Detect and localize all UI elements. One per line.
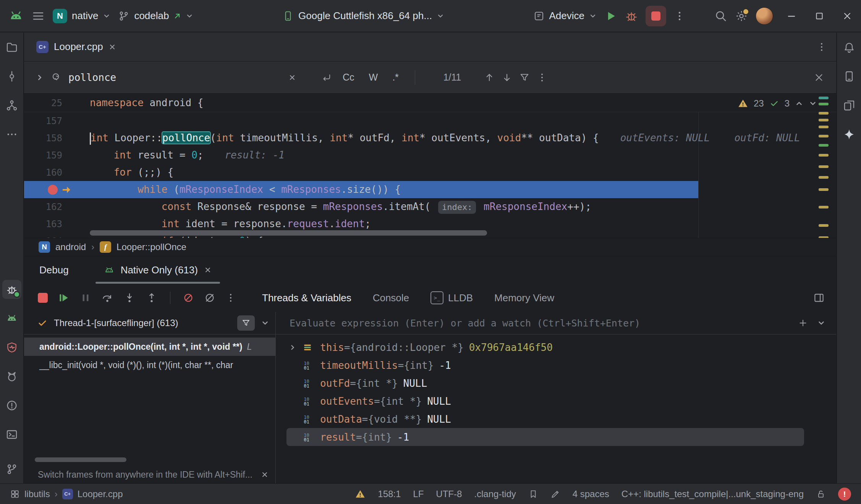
line-ending[interactable]: LF [413, 489, 424, 499]
close-search-icon[interactable] [813, 72, 825, 83]
next-match-icon[interactable] [502, 72, 512, 83]
mute-breakpoints-icon[interactable] [183, 292, 194, 304]
variable-outFd[interactable]: 1001outFd = {int *}NULL [276, 374, 836, 392]
gutter-line-159[interactable]: 159 [24, 147, 62, 164]
code-editor[interactable]: 25namespace android {157158int Looper::p… [24, 94, 836, 238]
variable-result[interactable]: 1001result = {int}-1 [286, 428, 804, 446]
variable-timeoutMillis[interactable]: 1001timeoutMillis = {int}-1 [276, 356, 836, 374]
search-options-icon[interactable] [537, 72, 547, 83]
problems-tool-icon[interactable] [2, 396, 21, 415]
code-line-159[interactable]: 159 int result = 0;result: -1 [24, 147, 836, 164]
expand-chevron-icon[interactable] [289, 344, 303, 351]
main-menu-icon[interactable] [31, 9, 45, 23]
gutter-line-157[interactable]: 157 [24, 112, 62, 130]
device-manager-tool-icon[interactable] [2, 309, 21, 328]
close-button[interactable] [842, 11, 853, 21]
debug-tab-threads-variables[interactable]: Threads & Variables [262, 292, 351, 304]
code-line-158[interactable]: 158int Looper::pollOnce(int timeoutMilli… [24, 129, 836, 147]
debug-window-title[interactable]: Debug [39, 264, 69, 276]
more-actions-icon[interactable] [674, 10, 685, 22]
gutter-line-162[interactable]: 162 [24, 198, 62, 216]
inspections-widget[interactable]: 23 3 [738, 98, 817, 109]
pause-icon[interactable] [80, 292, 91, 304]
clear-search-icon[interactable] [288, 74, 296, 81]
breadcrumb-namespace[interactable]: android [55, 242, 86, 252]
device-explorer-tool-icon[interactable] [840, 67, 859, 86]
search-field[interactable] [51, 71, 314, 84]
settings-button[interactable] [735, 10, 748, 23]
frames-scrollbar[interactable] [35, 457, 126, 462]
regex-toggle[interactable]: .* [388, 69, 403, 85]
search-everywhere-icon[interactable] [714, 10, 727, 23]
notifications-tool-icon[interactable] [840, 38, 859, 57]
logcat-tool-icon[interactable] [2, 367, 21, 386]
gutter-line-164[interactable]: 164 [24, 233, 62, 238]
structure-tool-icon[interactable] [2, 96, 21, 115]
horizontal-scrollbar[interactable] [90, 230, 487, 236]
stop-button[interactable] [646, 6, 666, 26]
stop-process-icon[interactable] [38, 293, 48, 303]
run-config-selector[interactable]: Adevice [533, 10, 597, 22]
tab-looper-cpp[interactable]: C+ Looper.cpp [33, 32, 119, 61]
resume-icon[interactable] [58, 292, 70, 304]
gutter-line-158[interactable]: 158 [24, 129, 62, 147]
disable-watches-icon[interactable] [204, 292, 215, 304]
evaluate-row[interactable] [276, 312, 836, 334]
step-over-icon[interactable] [101, 292, 113, 304]
gutter-line-163[interactable]: 163 [24, 215, 62, 233]
terminal-tool-icon[interactable] [2, 425, 21, 444]
code-line-162[interactable]: 162 const Response& response = mResponse… [24, 198, 836, 215]
close-session-icon[interactable] [204, 266, 212, 274]
previous-match-icon[interactable] [484, 72, 495, 83]
caret-position[interactable]: 158:1 [378, 489, 401, 499]
maximize-button[interactable] [814, 11, 824, 21]
breadcrumb-function[interactable]: Looper::pollOnce [117, 242, 186, 252]
app-quality-insights-tool-icon[interactable] [2, 338, 21, 357]
debug-button[interactable] [625, 10, 638, 23]
search-input[interactable] [68, 71, 283, 84]
code-line-25[interactable]: 25namespace android { [24, 94, 836, 112]
status-file[interactable]: Looper.cpp [78, 489, 123, 499]
chevron-down-icon[interactable] [261, 319, 269, 327]
layout-settings-icon[interactable] [813, 292, 825, 304]
add-watch-icon[interactable] [798, 318, 808, 328]
analyzer-status[interactable]: .clang-tidy [474, 489, 516, 499]
gemini-tool-icon[interactable] [840, 125, 859, 144]
step-out-icon[interactable] [146, 292, 158, 304]
commit-tool-icon[interactable] [2, 67, 21, 86]
highlighting-level-icon[interactable] [550, 489, 560, 499]
step-into-icon[interactable] [123, 292, 136, 304]
code-line-157[interactable]: 157 [24, 112, 836, 129]
thread-selector[interactable]: Thread-1-[surfaceflinger] (613) [24, 312, 275, 334]
chevron-down-icon[interactable] [817, 319, 825, 327]
debug-more-icon[interactable] [225, 292, 236, 303]
indent-setting[interactable]: 4 spaces [573, 489, 609, 499]
variable-outEvents[interactable]: 1001outEvents = {int *}NULL [276, 392, 836, 410]
variable-this[interactable]: this = {android::Looper *}0x7967aa146f50 [276, 338, 836, 356]
variable-outData[interactable]: 1001outData = {void **}NULL [276, 410, 836, 428]
more-tool-icon[interactable] [2, 125, 21, 144]
folder-tool-icon[interactable] [2, 38, 21, 57]
tab-options-icon[interactable] [816, 42, 827, 52]
debug-tab-lldb[interactable]: >_LLDB [430, 291, 473, 304]
lock-icon[interactable] [816, 489, 826, 499]
toolchain-info[interactable]: C++: libutils_test_compile|...unk_stagin… [621, 489, 804, 499]
debug-session-tab[interactable]: Native Only (613) [102, 256, 214, 284]
breakpoint-icon[interactable] [48, 185, 58, 195]
evaluate-input[interactable] [289, 317, 789, 329]
gutter-line-160[interactable]: 160 [24, 164, 62, 181]
status-module[interactable]: libutils [24, 489, 50, 499]
version-control-tool-icon[interactable] [2, 460, 21, 479]
device-selector[interactable]: Google Cuttlefish x86_64 ph... [282, 10, 444, 22]
whole-words-toggle[interactable]: W [365, 69, 382, 85]
debug-tab-memory-view[interactable]: Memory View [494, 292, 554, 304]
stack-frame[interactable]: __libc_init(void *, void (*)(), int (*)(… [24, 356, 275, 374]
minimize-button[interactable] [786, 11, 797, 21]
thread-filter-button[interactable] [237, 315, 255, 331]
debug-tool-icon[interactable] [2, 280, 21, 299]
gutter-line-25[interactable]: 25 [24, 94, 62, 112]
close-banner-icon[interactable] [261, 471, 269, 478]
running-devices-tool-icon[interactable] [840, 96, 859, 115]
bookmark-icon[interactable] [528, 489, 538, 499]
close-tab-icon[interactable] [108, 43, 116, 51]
